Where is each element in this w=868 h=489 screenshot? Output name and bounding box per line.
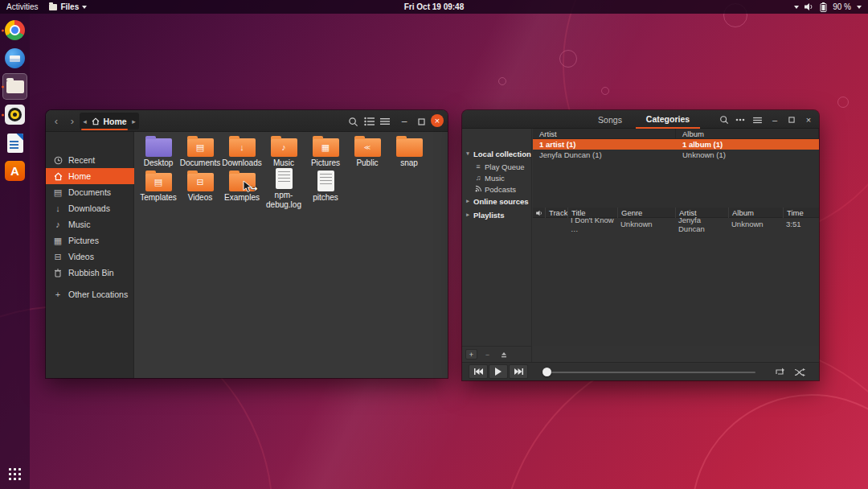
forward-icon: › [71, 115, 74, 127]
album-column-header[interactable]: Album [728, 208, 783, 218]
time-column-header[interactable]: Time [783, 208, 819, 218]
file-item-label: Examples [224, 193, 260, 203]
file-item-music[interactable]: ♪ Music [263, 134, 305, 168]
file-item-label: npm-debug.log [263, 191, 305, 209]
files-content-area[interactable]: Desktop ▤ Documents ↓ Downloads ♪ Music … [135, 132, 448, 378]
next-button[interactable] [509, 364, 528, 379]
album-row[interactable]: Unknown (1) [676, 150, 819, 160]
search-button[interactable] [718, 113, 731, 126]
seek-slider[interactable] [547, 372, 755, 373]
file-item-snap[interactable]: snap [388, 134, 430, 168]
file-item-label: Templates [140, 193, 177, 203]
now-playing-column-header[interactable] [533, 208, 545, 218]
remove-button[interactable]: − [481, 349, 493, 360]
forward-button[interactable]: › [66, 114, 79, 127]
sidebar-item-recent[interactable]: Recent [46, 152, 134, 168]
dock-item-thunderbird[interactable] [0, 44, 30, 72]
maximize-button[interactable] [785, 113, 798, 126]
expander-icon[interactable]: ▸ [465, 198, 471, 204]
dock-item-rhythmbox[interactable] [0, 101, 30, 129]
file-item-desktop[interactable]: Desktop [137, 134, 179, 168]
sidebar-group-playlists[interactable]: ▸ Playlists [462, 209, 532, 220]
close-icon: × [806, 115, 811, 125]
sidebar-item-podcasts[interactable]: Podcasts [462, 183, 532, 195]
thunderbird-icon [5, 48, 25, 68]
menu-button[interactable] [751, 113, 764, 126]
previous-button[interactable] [469, 364, 488, 379]
search-button[interactable] [346, 115, 359, 128]
battery-icon [820, 2, 827, 12]
maximize-button[interactable] [415, 115, 428, 128]
close-button[interactable]: × [431, 114, 444, 127]
artist-column-header[interactable]: Artist [533, 129, 676, 139]
artist-row[interactable]: Jenyfa Duncan (1) [533, 150, 676, 160]
path-prev-button[interactable]: ◂ [80, 117, 90, 125]
dock-item-files[interactable] [0, 72, 30, 101]
dock-item-ubuntu-software[interactable]: A [0, 157, 30, 185]
sidebar-item-other-locations[interactable]: + Other Locations [46, 286, 134, 302]
eject-icon [501, 351, 507, 358]
sidebar-item-videos[interactable]: ⊟ Videos [46, 249, 134, 265]
path-home-button[interactable]: Home [90, 117, 129, 126]
close-button[interactable]: × [802, 113, 815, 126]
genre-column-header[interactable]: Genre [617, 208, 675, 218]
file-item-pitches[interactable]: pitches [305, 168, 346, 203]
track-column-header[interactable]: Track [545, 208, 567, 218]
file-item-videos[interactable]: ⊟ Videos [179, 168, 221, 203]
play-button[interactable] [489, 364, 508, 379]
system-status-menu[interactable]: 90 % [794, 2, 868, 12]
file-item-npm-debug-log[interactable]: npm-debug.log [263, 168, 305, 203]
add-button[interactable]: + [465, 349, 477, 360]
sidebar-item-label: Home [68, 171, 91, 181]
minimize-button[interactable]: – [398, 115, 411, 128]
ellipsis-icon [735, 118, 745, 121]
sidebar-item-music[interactable]: ♪ Music [46, 216, 134, 232]
tab-songs[interactable]: Songs [584, 110, 636, 129]
path-bar[interactable]: ◂ Home ▸ [80, 113, 139, 129]
sidebar-item-music[interactable]: ♫ Music [462, 172, 532, 183]
rhythmbox-headerbar[interactable]: Songs Categories – × [462, 110, 819, 129]
file-item-label: Desktop [144, 158, 174, 168]
view-toggle-button[interactable] [362, 115, 375, 128]
tab-categories[interactable]: Categories [636, 110, 700, 129]
sidebar-item-label: Music [485, 174, 505, 183]
eject-button[interactable] [497, 349, 510, 360]
back-button[interactable]: ‹ [50, 114, 63, 127]
more-options-button[interactable] [734, 113, 747, 126]
menu-button[interactable] [379, 115, 391, 128]
expander-icon[interactable]: ▾ [465, 150, 471, 157]
album-summary-row[interactable]: 1 album (1) [676, 139, 819, 150]
rss-icon [474, 185, 482, 194]
dock-item-chrome[interactable] [0, 16, 30, 44]
sidebar-item-home[interactable]: Home [46, 168, 134, 184]
artist-summary-row[interactable]: 1 artist (1) [533, 139, 676, 150]
expander-icon[interactable]: ▸ [465, 212, 471, 218]
sidebar-item-pictures[interactable]: ▦ Pictures [46, 232, 134, 249]
repeat-button[interactable] [772, 365, 788, 379]
sidebar-item-downloads[interactable]: ↓ Downloads [46, 200, 134, 216]
track-artist: Jenyfa Duncan [675, 219, 728, 229]
sidebar-group-online-sources[interactable]: ▸ Online sources [462, 195, 532, 207]
sidebar-item-play-queue[interactable]: ≡ Play Queue [462, 161, 532, 172]
file-item-pictures[interactable]: ▦ Pictures [305, 134, 346, 168]
clock-menu[interactable]: Fri Oct 19 09:48 [0, 2, 868, 11]
seek-slider-knob[interactable] [542, 368, 551, 376]
minimize-button[interactable]: – [768, 113, 781, 126]
file-item-downloads[interactable]: ↓ Downloads [221, 134, 263, 168]
file-item-examples[interactable]: ↪ Examples [221, 168, 263, 203]
show-applications-button[interactable] [0, 462, 30, 486]
path-next-button[interactable]: ▸ [129, 117, 139, 125]
file-item-templates[interactable]: ▤ Templates [137, 168, 179, 203]
album-column-header[interactable]: Album [676, 129, 819, 139]
music-emblem-icon: ♪ [281, 143, 286, 152]
files-headerbar[interactable]: ‹ › ◂ Home ▸ [46, 110, 448, 132]
file-item-public[interactable]: ≪ Public [346, 134, 388, 168]
track-title: I Don't Know … [567, 219, 617, 229]
dock-item-libreoffice-writer[interactable] [0, 129, 30, 157]
running-indicator [2, 85, 4, 88]
sidebar-group-local-collection[interactable]: ▾ Local collection [462, 148, 532, 159]
sidebar-item-documents[interactable]: ▤ Documents [46, 184, 134, 200]
sidebar-item-rubbish-bin[interactable]: Rubbish Bin [46, 265, 134, 281]
shuffle-button[interactable] [792, 365, 808, 379]
file-item-documents[interactable]: ▤ Documents [179, 134, 221, 168]
